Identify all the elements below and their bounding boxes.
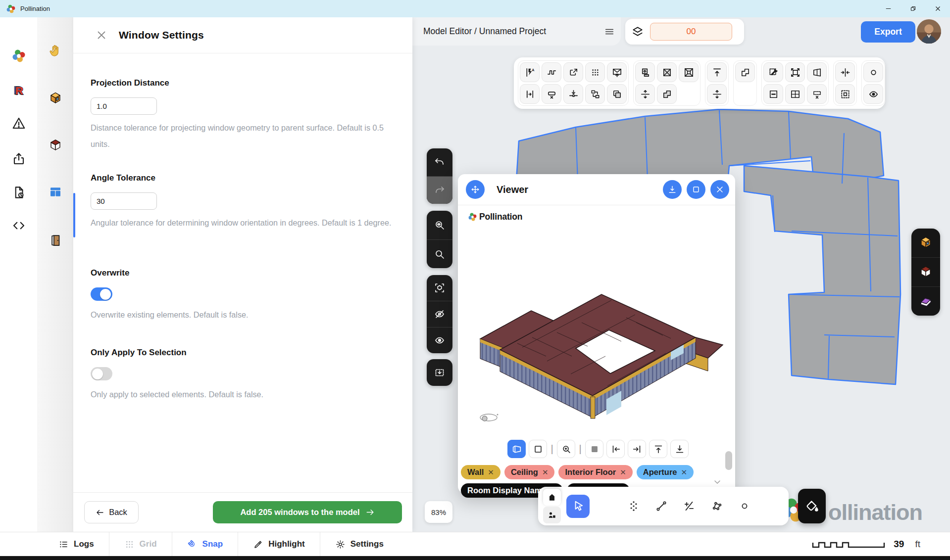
draw-line-tool[interactable] <box>650 495 673 518</box>
layer-tag-aperture[interactable]: Aperture✕ <box>637 465 694 479</box>
scale-frame-button[interactable] <box>785 62 805 82</box>
step-profile-button[interactable] <box>542 62 561 82</box>
union-outline-button[interactable] <box>735 62 755 82</box>
show-eye-button[interactable] <box>427 327 452 353</box>
layer-tag-ceiling[interactable]: Ceiling✕ <box>504 465 555 479</box>
person-room-button[interactable] <box>543 507 561 523</box>
user-avatar[interactable] <box>917 19 941 44</box>
home-shape-button[interactable] <box>543 489 561 506</box>
panel-scroll-indicator[interactable] <box>73 193 75 237</box>
room-cube-layer-button[interactable] <box>911 229 940 257</box>
close-window-button[interactable] <box>925 0 950 17</box>
shade-layer-button[interactable] <box>911 286 940 316</box>
layers-icon[interactable] <box>631 25 644 38</box>
split-vertical-button[interactable] <box>707 84 727 104</box>
model-canvas[interactable]: Model Editor / Unnamed Project Export A … <box>412 17 950 532</box>
statusbar-grid-button[interactable]: Grid <box>109 532 172 556</box>
snap-points-button[interactable] <box>520 84 540 104</box>
perspective-view-button[interactable] <box>807 62 827 82</box>
raise-to-top-button[interactable] <box>707 62 727 82</box>
union-filled-button[interactable] <box>657 84 677 104</box>
import-model-button[interactable] <box>427 359 452 386</box>
remove-tag-icon[interactable]: ✕ <box>681 468 688 477</box>
square-outline-button[interactable] <box>529 440 547 458</box>
close-panel-icon[interactable] <box>95 29 108 42</box>
projection_distance-input[interactable] <box>91 97 157 115</box>
delete-row-button[interactable] <box>807 84 827 104</box>
statusbar-settings-button[interactable]: Settings <box>320 532 399 556</box>
small-circle-tool[interactable] <box>733 495 756 518</box>
select-cursor-tool[interactable] <box>566 495 590 518</box>
redo-button[interactable] <box>427 176 452 204</box>
add-windows-button[interactable]: Add 205 windows to the model <box>213 501 402 523</box>
statusbar-highlight-button[interactable]: Highlight <box>238 532 320 556</box>
remove-opening-button[interactable] <box>542 84 561 104</box>
auto-apertures-button[interactable]: A <box>520 62 540 82</box>
subtract-face-button[interactable] <box>763 84 783 104</box>
repair-geometry-button[interactable] <box>763 62 783 82</box>
grid-table-button[interactable] <box>785 84 805 104</box>
point-grid-tool[interactable] <box>622 495 645 518</box>
sidebar-item-door[interactable] <box>48 233 63 248</box>
filled-square-button[interactable] <box>585 440 603 458</box>
paint-bucket-button[interactable] <box>798 489 826 523</box>
zoom-level-badge[interactable]: 83% <box>425 501 452 523</box>
add-point-button[interactable] <box>863 62 883 82</box>
ceiling-cube-layer-button[interactable] <box>911 257 940 286</box>
chevron-down-icon[interactable] <box>712 477 722 487</box>
remove-tag-icon[interactable]: ✕ <box>488 468 494 477</box>
go-top-button[interactable] <box>649 440 667 458</box>
drop-to-ground-button[interactable] <box>563 84 583 104</box>
back-button[interactable]: Back <box>84 501 139 523</box>
move-viewer-icon[interactable] <box>466 180 485 199</box>
sidebar-item-share-up[interactable] <box>11 151 26 166</box>
plus-minus-tool[interactable] <box>677 495 700 518</box>
step-first-button[interactable] <box>606 440 625 458</box>
statusbar-snap-button[interactable]: Snap <box>172 532 238 556</box>
perspective-camera-button[interactable] <box>507 440 526 458</box>
zoom-window-button[interactable] <box>557 440 575 458</box>
duplicate-button[interactable] <box>607 84 627 104</box>
sidebar-item-ceiling-cube[interactable] <box>48 138 63 153</box>
sidebar-item-file-report[interactable] <box>11 185 26 200</box>
pull-out-button[interactable] <box>563 62 583 82</box>
viewer-header[interactable]: Viewer <box>458 174 735 205</box>
story-input[interactable] <box>650 23 732 41</box>
polygon-nodes-tool[interactable] <box>705 495 728 518</box>
align-middle-button[interactable] <box>835 62 855 82</box>
sidebar-item-room-cube[interactable] <box>48 91 63 106</box>
sidebar-item-hand-wave[interactable] <box>48 44 63 58</box>
sidebar-item-pollination-logo[interactable] <box>11 48 26 63</box>
overwrite-toggle[interactable] <box>91 287 112 301</box>
model-3d-view[interactable] <box>458 221 735 434</box>
undo-button[interactable] <box>427 148 452 176</box>
remove-tag-icon[interactable]: ✕ <box>542 468 549 477</box>
close-viewer-button[interactable] <box>710 180 729 199</box>
go-bottom-button[interactable] <box>670 440 689 458</box>
download-viewer-button[interactable] <box>663 180 682 199</box>
maximize-viewer-button[interactable] <box>687 180 705 199</box>
restore-button[interactable] <box>900 0 925 17</box>
offset-frame-button[interactable] <box>679 62 699 82</box>
delete-face-button[interactable] <box>657 62 677 82</box>
layer-tag-interior-floor[interactable]: Interior Floor✕ <box>558 465 632 479</box>
isolate-cube-button[interactable] <box>427 275 452 301</box>
hide-eye-button[interactable] <box>427 301 452 327</box>
sidebar-item-grid-window-active[interactable] <box>48 185 63 199</box>
menu-icon[interactable] <box>604 26 615 37</box>
layer-tag-wall[interactable]: Wall✕ <box>461 465 500 479</box>
split-horizontal-button[interactable] <box>635 84 655 104</box>
step-last-button[interactable] <box>628 440 646 458</box>
dot-grid-button[interactable] <box>585 62 605 82</box>
sidebar-item-rhino-r[interactable]: RR <box>11 83 26 98</box>
viewer-scrollbar[interactable] <box>725 451 732 470</box>
zoom-extents-button[interactable] <box>427 211 452 239</box>
sidebar-item-code[interactable] <box>11 218 26 233</box>
merge-down-button[interactable] <box>607 62 627 82</box>
pan-hand-tool[interactable] <box>594 495 617 518</box>
search-button[interactable] <box>427 239 452 268</box>
swap-geometry-button[interactable] <box>585 84 605 104</box>
sidebar-item-warning[interactable] <box>11 116 26 131</box>
selection-region-button[interactable] <box>835 84 855 104</box>
only_apply_to_selection-toggle[interactable] <box>91 367 112 380</box>
